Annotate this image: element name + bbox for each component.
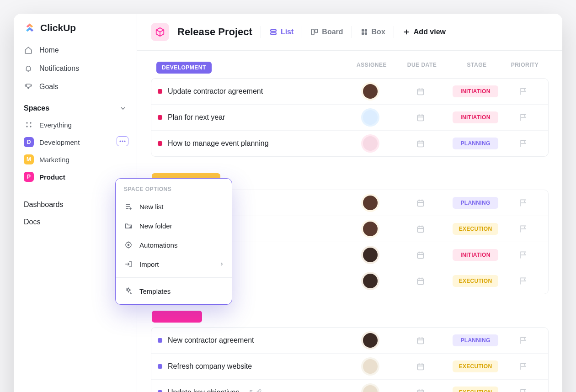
- svg-point-5: [122, 140, 123, 142]
- due-date-button[interactable]: [395, 113, 446, 122]
- stage-badge[interactable]: EXECUTION: [453, 275, 498, 287]
- assignee-avatar[interactable]: [363, 385, 378, 392]
- stage-badge[interactable]: EXECUTION: [453, 387, 498, 392]
- priority-button[interactable]: [505, 362, 542, 371]
- svg-point-4: [119, 140, 121, 142]
- task-row[interactable]: New contractor agreementPLANNING: [151, 328, 548, 354]
- task-row[interactable]: How to manage event planningPLANNING: [151, 131, 548, 156]
- priority-button[interactable]: [505, 198, 542, 207]
- space-badge-m: M: [24, 154, 34, 164]
- plus-icon: [402, 28, 411, 36]
- separator: [302, 26, 302, 38]
- task-meta-attachments: 5: [250, 389, 262, 392]
- space-badge-d: D: [24, 137, 34, 147]
- due-date-button[interactable]: [395, 250, 446, 260]
- priority-button[interactable]: [505, 276, 542, 286]
- assignee-avatar[interactable]: [363, 110, 378, 125]
- priority-button[interactable]: [505, 224, 542, 233]
- due-date-button[interactable]: [395, 336, 446, 345]
- svg-rect-14: [364, 32, 367, 35]
- stage-badge[interactable]: EXECUTION: [453, 223, 498, 235]
- task-status-dot: [158, 364, 162, 369]
- space-development[interactable]: D Development: [14, 133, 137, 151]
- priority-button[interactable]: [505, 250, 542, 260]
- stage-badge[interactable]: INITIATION: [453, 111, 498, 123]
- svg-rect-13: [362, 32, 364, 35]
- task-row[interactable]: Update contractor agreementINITIATION: [151, 79, 548, 105]
- due-date-button[interactable]: [395, 388, 446, 392]
- stage-badge[interactable]: INITIATION: [453, 85, 498, 97]
- nav-dashboards-label: Dashboards: [24, 201, 63, 208]
- popover-templates[interactable]: Templates: [116, 281, 232, 301]
- stage-badge[interactable]: EXECUTION: [453, 360, 498, 372]
- space-everything[interactable]: Everything: [14, 116, 137, 133]
- stage-badge[interactable]: PLANNING: [453, 138, 498, 149]
- svg-rect-22: [417, 253, 423, 259]
- task-status-dot: [158, 390, 162, 392]
- svg-point-2: [26, 126, 27, 127]
- popover-import-label: Import: [139, 260, 159, 268]
- nav-notifications-label: Notifications: [39, 64, 79, 73]
- space-badge-p: P: [24, 172, 34, 182]
- assignee-avatar[interactable]: [363, 248, 378, 262]
- view-tab-box[interactable]: Box: [360, 28, 385, 36]
- popover-new-list[interactable]: New list: [116, 197, 232, 216]
- spaces-header[interactable]: Spaces: [14, 96, 137, 116]
- clickup-logo-icon: [24, 22, 36, 34]
- templates-icon: [124, 286, 133, 296]
- nav-goals[interactable]: Goals: [14, 78, 137, 96]
- due-date-button[interactable]: [395, 224, 446, 233]
- task-group: New contractor agreementPLANNINGRefresh …: [151, 311, 549, 392]
- stage-badge[interactable]: PLANNING: [453, 197, 498, 209]
- nav-notifications[interactable]: Notifications: [14, 59, 137, 78]
- assignee-avatar[interactable]: [363, 333, 378, 348]
- space-marketing[interactable]: M Marketing: [14, 151, 137, 168]
- priority-button[interactable]: [505, 139, 542, 148]
- chevron-right-icon: [219, 261, 224, 267]
- due-date-button[interactable]: [395, 139, 446, 148]
- stage-badge[interactable]: INITIATION: [453, 249, 498, 261]
- assignee-avatar[interactable]: [363, 84, 378, 99]
- assignee-avatar[interactable]: [363, 359, 378, 374]
- task-status-dot: [158, 89, 162, 94]
- task-title: New contractor agreement: [168, 336, 254, 344]
- svg-rect-26: [417, 364, 423, 370]
- separator: [352, 26, 352, 38]
- nav-docs-label: Docs: [24, 218, 40, 226]
- task-row[interactable]: Update key objectives5 EXECUTION: [151, 380, 548, 392]
- brand-name: ClickUp: [40, 22, 76, 33]
- logo[interactable]: ClickUp: [14, 22, 137, 41]
- popover-new-folder[interactable]: New folder: [116, 216, 232, 235]
- nav-home[interactable]: Home: [14, 41, 137, 59]
- assignee-avatar[interactable]: [363, 222, 378, 236]
- task-title: Refresh company website: [168, 362, 252, 371]
- group-pill[interactable]: [152, 311, 202, 323]
- space-options-trigger[interactable]: [117, 136, 128, 146]
- due-date-button[interactable]: [395, 198, 446, 207]
- task-list: New contractor agreementPLANNINGRefresh …: [151, 327, 549, 392]
- svg-rect-10: [315, 29, 318, 33]
- priority-button[interactable]: [505, 336, 542, 345]
- priority-button[interactable]: [505, 87, 542, 96]
- view-tab-list-label: List: [281, 28, 293, 36]
- stage-badge[interactable]: PLANNING: [453, 334, 498, 346]
- add-view-button[interactable]: Add view: [402, 28, 446, 36]
- view-tab-list[interactable]: List: [269, 28, 293, 36]
- due-date-button[interactable]: [395, 87, 446, 96]
- due-date-button[interactable]: [395, 362, 446, 371]
- assignee-avatar[interactable]: [363, 196, 378, 210]
- assignee-avatar[interactable]: [363, 136, 378, 151]
- popover-automations[interactable]: Automations: [116, 235, 232, 254]
- popover-import[interactable]: Import: [116, 254, 232, 274]
- task-row[interactable]: Refresh company websiteEXECUTION: [151, 354, 548, 380]
- priority-button[interactable]: [505, 388, 542, 392]
- assignee-avatar[interactable]: [363, 274, 378, 288]
- due-date-button[interactable]: [395, 276, 446, 286]
- group-pill[interactable]: DEVELOPMENT: [156, 62, 212, 74]
- trophy-icon: [24, 82, 33, 91]
- svg-rect-24: [417, 279, 423, 285]
- priority-button[interactable]: [505, 113, 542, 122]
- task-row[interactable]: Plan for next yearINITIATION: [151, 105, 548, 131]
- task-status-dot: [158, 115, 162, 120]
- view-tab-board[interactable]: Board: [310, 28, 343, 36]
